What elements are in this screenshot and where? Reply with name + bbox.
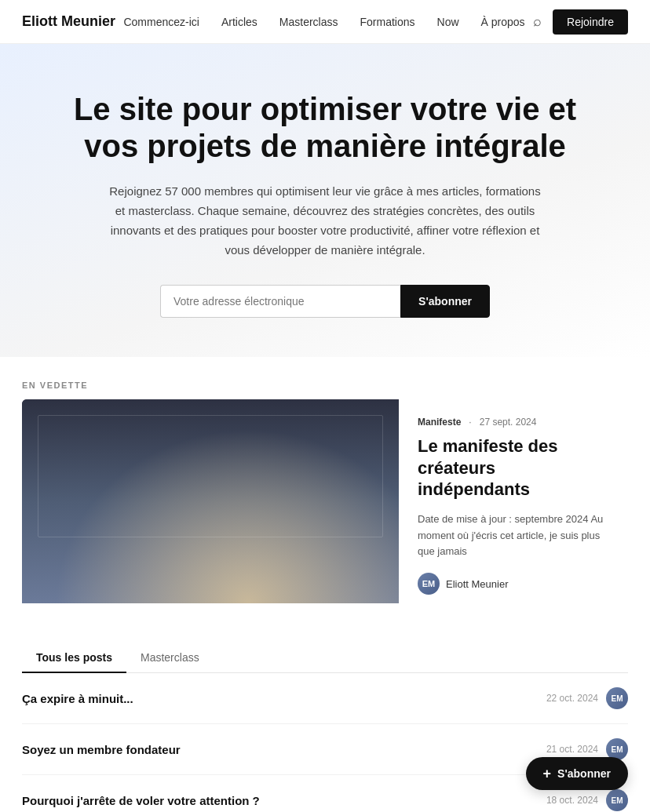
featured-title[interactable]: Le manifeste des créateurs indépendants <box>418 435 609 501</box>
post-item-left: Pourquoi j'arrête de voler votre attenti… <box>22 794 260 807</box>
nav-link-articles[interactable]: Articles <box>221 16 257 28</box>
site-logo[interactable]: Eliott Meunier <box>22 13 115 30</box>
search-icon[interactable]: ⌕ <box>533 13 542 30</box>
email-input[interactable] <box>160 285 400 318</box>
post-date: 21 oct. 2024 <box>546 744 598 755</box>
post-item-left: Ça expire à minuit... <box>22 692 133 705</box>
featured-dot: · <box>469 417 471 428</box>
featured-label: EN VEDETTE <box>0 357 650 399</box>
avatar: EM <box>418 573 440 595</box>
featured-content: Manifeste · 27 sept. 2024 Le manifeste d… <box>399 399 628 612</box>
featured-tag: Manifeste <box>418 417 461 428</box>
tab-tous-les-posts[interactable]: Tous les posts <box>22 643 126 673</box>
email-form: S'abonner <box>160 285 490 318</box>
nav-link-commencez-ici[interactable]: Commencez-ici <box>123 16 199 28</box>
author-name: Eliott Meunier <box>446 578 508 590</box>
post-title: Ça expire à minuit... <box>22 692 133 705</box>
subscribe-button[interactable]: S'abonner <box>400 285 490 318</box>
featured-image <box>22 399 399 603</box>
avatar: EM <box>606 687 628 709</box>
nav-link-masterclass[interactable]: Masterclass <box>279 16 338 28</box>
hero-section: Le site pour optimiser votre vie et vos … <box>0 44 650 357</box>
post-item-right: 22 oct. 2024EM <box>546 687 628 709</box>
featured-author: EM Eliott Meunier <box>418 573 609 595</box>
rejoindre-button[interactable]: Rejoindre <box>553 9 628 35</box>
nav-links: Commencez-iciArticlesMasterclassFormatio… <box>123 15 524 29</box>
nav-link-now[interactable]: Now <box>437 16 459 28</box>
list-item[interactable]: Ça expire à minuit...22 oct. 2024EM <box>22 673 628 724</box>
featured-post: Manifeste · 27 sept. 2024 Le manifeste d… <box>22 399 628 612</box>
tab-masterclass[interactable]: Masterclass <box>126 643 214 673</box>
post-date: 22 oct. 2024 <box>546 693 598 704</box>
posts-list: Ça expire à minuit...22 oct. 2024EMSoyez… <box>22 673 628 812</box>
featured-desc: Date de mise à jour : septembre 2024 Au … <box>418 512 609 560</box>
nav-link-apropos[interactable]: À propos <box>481 16 525 28</box>
post-item-left: Soyez un membre fondateur <box>22 743 181 756</box>
nav-link-formations[interactable]: Formations <box>360 16 415 28</box>
hero-title: Le site pour optimiser votre vie et vos … <box>63 91 587 165</box>
featured-meta: Manifeste · 27 sept. 2024 <box>418 417 609 428</box>
tabs-bar: Tous les posts Masterclass <box>22 643 628 673</box>
post-title: Soyez un membre fondateur <box>22 743 181 756</box>
float-subscribe-label: S'abonner <box>557 767 611 780</box>
avatar: EM <box>606 789 628 811</box>
window-decoration <box>38 415 383 537</box>
featured-date: 27 sept. 2024 <box>480 417 537 428</box>
plus-icon: + <box>543 766 552 781</box>
navbar: Eliott Meunier Commencez-iciArticlesMast… <box>0 0 650 44</box>
post-date: 18 oct. 2024 <box>546 795 598 806</box>
float-subscribe-button[interactable]: + S'abonner <box>526 757 628 790</box>
hero-subtitle: Rejoignez 57 000 membres qui optimisent … <box>105 182 545 260</box>
nav-right: ⌕ Rejoindre <box>533 9 628 35</box>
post-item-right: 18 oct. 2024EM <box>546 789 628 811</box>
post-title: Pourquoi j'arrête de voler votre attenti… <box>22 794 260 807</box>
